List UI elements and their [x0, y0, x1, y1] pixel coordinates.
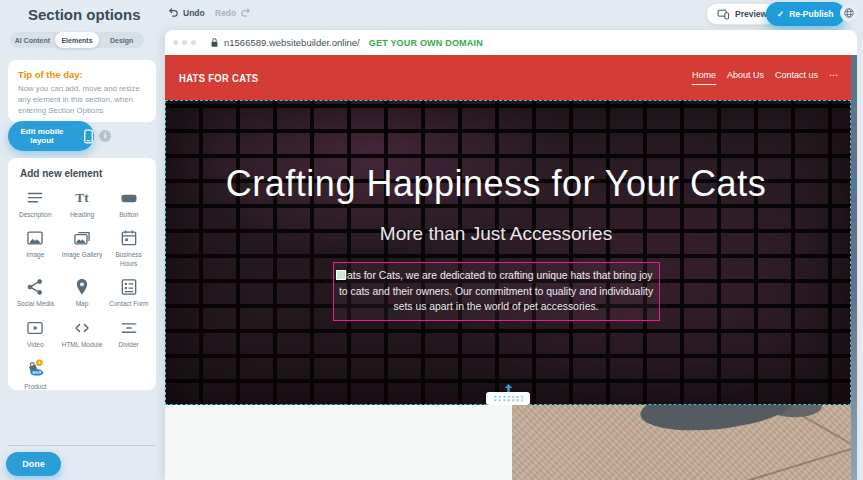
image-gallery-icon	[72, 228, 92, 248]
drag-handle[interactable]	[336, 270, 346, 280]
heading-icon: Tt	[72, 188, 92, 208]
nav-contact-us[interactable]: Contact us	[775, 70, 818, 85]
element-divider[interactable]: Divider	[105, 318, 152, 349]
pavement-crack	[711, 435, 851, 480]
hero-paragraph: Hats for Cats, we are dedicated to craft…	[337, 268, 656, 315]
social-media-icon	[25, 277, 45, 297]
element-grid: Description Tt Heading	[8, 188, 156, 390]
element-social-media[interactable]: Social Media	[12, 277, 59, 308]
grip-dots	[493, 395, 523, 402]
address-bar-url[interactable]: n1566589.websitebuilder.online/	[224, 37, 360, 48]
redo-icon	[240, 7, 251, 18]
window-dot	[173, 40, 178, 45]
smartphone-icon	[83, 129, 94, 144]
redo-button[interactable]: Redo	[215, 7, 251, 18]
resize-arrow-up-icon	[504, 384, 513, 392]
map-pin-icon	[72, 277, 92, 297]
undo-icon	[168, 7, 179, 18]
tip-title: Tip of the day:	[18, 69, 146, 80]
undo-button[interactable]: Undo	[168, 7, 205, 18]
preview-scrollbar[interactable]	[851, 55, 857, 480]
globe-icon	[843, 7, 855, 19]
business-hours-icon	[119, 228, 139, 248]
get-domain-link[interactable]: GET YOUR OWN DOMAIN	[369, 38, 483, 48]
done-button[interactable]: Done	[6, 452, 61, 476]
nav-home[interactable]: Home	[692, 70, 716, 85]
element-description[interactable]: Description	[12, 188, 59, 219]
hero-content: Crafting Happiness for Your Cats More th…	[166, 101, 826, 404]
hero-subheading[interactable]: More than Just Accessories	[166, 223, 826, 245]
tab-design[interactable]: Design	[99, 32, 144, 48]
selected-text-element[interactable]: Hats for Cats, we are dedicated to craft…	[333, 262, 660, 321]
site-nav: Home About Us Contact us ⋯	[692, 70, 851, 85]
divider-icon	[119, 318, 139, 338]
preview-label: Preview	[735, 9, 767, 19]
republish-label: Re-Publish	[789, 9, 833, 19]
undo-label: Undo	[183, 8, 205, 18]
edit-mobile-layout-button[interactable]: Edit mobile layout	[8, 121, 94, 151]
browser-chrome: n1566589.websitebuilder.online/ GET YOUR…	[165, 30, 857, 55]
button-icon	[119, 188, 139, 208]
tip-body: Now you can add, move and resize any ele…	[18, 84, 146, 117]
element-business-hours[interactable]: Business Hours	[105, 228, 152, 268]
pavement-photo	[512, 405, 851, 480]
check-icon: ✓	[777, 9, 784, 19]
site-header: HATS FOR CATS Home About Us Contact us ⋯	[165, 55, 851, 100]
language-globe-button[interactable]	[840, 4, 858, 22]
element-map[interactable]: Map	[59, 277, 106, 308]
next-section-preview[interactable]	[165, 405, 851, 480]
republish-button[interactable]: ✓ Re-Publish	[766, 2, 845, 26]
nav-about-us[interactable]: About Us	[727, 70, 764, 85]
hero-heading[interactable]: Crafting Happiness for Your Cats	[166, 161, 826, 207]
element-video[interactable]: Video	[12, 318, 59, 349]
window-dot	[182, 40, 187, 45]
element-contact-form[interactable]: Contact Form	[105, 277, 152, 308]
tab-ai-content[interactable]: AI Content	[10, 32, 55, 48]
element-image-gallery[interactable]: Image Gallery	[59, 228, 106, 268]
next-section-background	[165, 405, 512, 480]
panel-tabs: AI Content Elements Design	[10, 32, 144, 48]
element-html-module[interactable]: HTML Module	[59, 318, 106, 349]
info-icon[interactable]: i	[99, 130, 111, 142]
resize-grip	[486, 392, 530, 405]
code-brackets-icon	[72, 318, 92, 338]
image-icon	[25, 228, 45, 248]
description-icon	[25, 188, 45, 208]
panel-divider	[8, 445, 156, 446]
contact-form-icon	[119, 277, 139, 297]
add-element-title: Add new element	[20, 168, 156, 179]
svg-text:Tt: Tt	[75, 190, 89, 205]
product-gallery-icon: SHOP	[24, 358, 46, 380]
site-preview-window: n1566589.websitebuilder.online/ GET YOUR…	[165, 30, 857, 480]
tab-elements[interactable]: Elements	[55, 32, 100, 48]
video-icon	[25, 318, 45, 338]
element-image[interactable]: Image	[12, 228, 59, 268]
shop-badge: SHOP	[32, 371, 42, 375]
tip-of-the-day-card: Tip of the day: Now you can add, move an…	[8, 60, 156, 122]
element-button[interactable]: Button	[105, 188, 152, 219]
redo-label: Redo	[215, 8, 236, 18]
edit-mobile-layout-label: Edit mobile layout	[8, 127, 76, 145]
devices-icon	[717, 9, 730, 20]
site-viewport: HATS FOR CATS Home About Us Contact us ⋯…	[165, 55, 851, 480]
window-dot	[191, 40, 196, 45]
add-element-card: Add new element Description Tt	[8, 158, 156, 390]
website-builder-app: Section options Undo Redo	[0, 0, 863, 480]
site-logo[interactable]: HATS FOR CATS	[179, 72, 258, 84]
element-heading[interactable]: Tt Heading	[59, 188, 106, 219]
lock-icon	[210, 37, 219, 48]
hero-section[interactable]: Crafting Happiness for Your Cats More th…	[165, 100, 851, 405]
nav-more-menu[interactable]: ⋯	[829, 70, 838, 85]
element-product-gallery[interactable]: SHOP Product Gallery	[12, 358, 59, 390]
sidebar-panel: AI Content Elements Design Tip of the da…	[0, 0, 165, 480]
